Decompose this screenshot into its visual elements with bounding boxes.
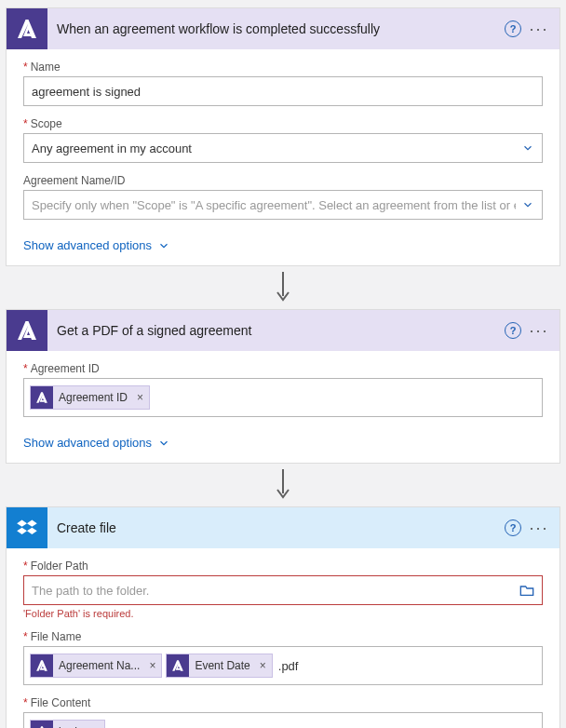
agreement-name-id-label: Agreement Name/ID — [23, 174, 125, 187]
flow-arrow — [6, 464, 560, 506]
chevron-down-icon — [521, 142, 534, 155]
card-title: Create file — [47, 520, 500, 535]
agreement-id-label: Agreement ID — [31, 362, 100, 375]
agreement-id-field: *Agreement ID Agreement ID × — [23, 362, 543, 417]
card-title: When an agreement workflow is completed … — [47, 21, 500, 36]
remove-token-button[interactable]: × — [131, 391, 149, 404]
more-button[interactable]: ··· — [526, 515, 552, 541]
file-content-input[interactable]: body × — [23, 712, 543, 728]
get-pdf-card: Get a PDF of a signed agreement ? ··· *A… — [6, 309, 560, 464]
help-icon: ? — [505, 322, 521, 339]
help-button[interactable]: ? — [500, 515, 526, 541]
folder-path-input[interactable]: The path to the folder. — [23, 575, 543, 605]
file-extension-text: .pdf — [276, 659, 299, 673]
name-label: Name — [31, 61, 61, 74]
help-button[interactable]: ? — [500, 317, 526, 344]
adobe-sign-icon — [7, 8, 47, 49]
adobe-sign-icon — [31, 654, 53, 677]
create-file-card: Create file ? ··· *Folder Path The path … — [6, 506, 560, 728]
scope-select[interactable]: Any agreement in my account — [23, 133, 543, 163]
name-field: *Name agreement is signed — [23, 61, 543, 106]
chevron-down-icon — [157, 437, 170, 450]
file-content-field: *File Content body × — [23, 696, 543, 728]
folder-path-label: Folder Path — [31, 559, 88, 573]
body-token[interactable]: body × — [30, 720, 105, 728]
folder-path-field: *Folder Path The path to the folder. 'Fo… — [23, 559, 543, 619]
file-name-field: *File Name Agreement Na... × Event Date … — [23, 630, 543, 685]
agreement-name-id-field: Agreement Name/ID Specify only when "Sco… — [23, 174, 543, 220]
adobe-sign-icon — [31, 721, 53, 728]
file-name-label: File Name — [31, 630, 82, 643]
card-header[interactable]: When an agreement workflow is completed … — [7, 8, 559, 49]
scope-label: Scope — [31, 117, 62, 130]
folder-path-error: 'Folder Path' is required. — [23, 608, 543, 619]
card-header[interactable]: Create file ? ··· — [7, 507, 559, 548]
agreement-name-token[interactable]: Agreement Na... × — [30, 654, 162, 678]
file-content-label: File Content — [31, 696, 91, 709]
more-button[interactable]: ··· — [526, 16, 552, 42]
folder-picker-icon[interactable] — [519, 584, 534, 597]
ellipsis-icon: ··· — [529, 20, 548, 37]
show-advanced-options-link[interactable]: Show advanced options — [7, 235, 559, 265]
ellipsis-icon: ··· — [529, 519, 548, 536]
adobe-sign-icon — [31, 386, 53, 409]
agreement-id-token[interactable]: Agreement ID × — [30, 385, 150, 410]
flow-arrow — [6, 266, 560, 309]
more-button[interactable]: ··· — [526, 317, 552, 344]
file-name-input[interactable]: Agreement Na... × Event Date × .pdf — [23, 646, 543, 685]
help-icon: ? — [505, 20, 521, 37]
agreement-id-input[interactable]: Agreement ID × — [23, 378, 543, 417]
help-button[interactable]: ? — [500, 16, 526, 42]
chevron-down-icon — [521, 198, 534, 211]
name-input[interactable]: agreement is signed — [23, 76, 543, 106]
chevron-down-icon — [157, 239, 170, 252]
help-icon: ? — [505, 519, 521, 536]
ellipsis-icon: ··· — [529, 322, 548, 339]
show-advanced-options-link[interactable]: Show advanced options — [7, 432, 559, 463]
agreement-name-id-select[interactable]: Specify only when "Scope" is "A specific… — [23, 190, 543, 220]
adobe-sign-icon — [7, 310, 47, 351]
dropbox-icon — [7, 507, 47, 548]
remove-token-button[interactable]: × — [143, 659, 161, 672]
scope-field: *Scope Any agreement in my account — [23, 117, 543, 163]
card-header[interactable]: Get a PDF of a signed agreement ? ··· — [7, 310, 559, 351]
card-title: Get a PDF of a signed agreement — [47, 323, 500, 338]
event-date-token[interactable]: Event Date × — [166, 654, 272, 678]
trigger-card: When an agreement workflow is completed … — [6, 7, 560, 266]
adobe-sign-icon — [167, 654, 189, 677]
remove-token-button[interactable]: × — [254, 659, 272, 672]
